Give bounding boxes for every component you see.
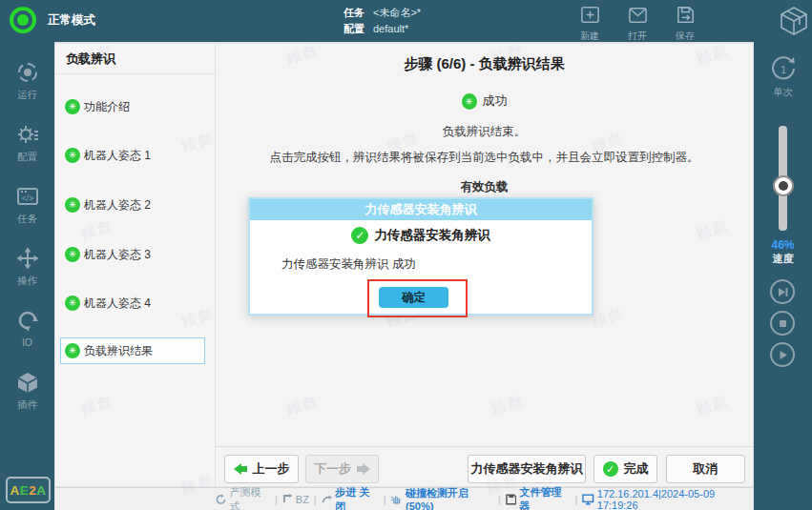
dialog-message: 力传感器安装角辨识 成功 — [281, 256, 592, 273]
speed-value: 46% — [754, 238, 812, 252]
io-cycle-icon — [15, 323, 40, 335]
success-icon: ✳ — [462, 93, 477, 110]
step-ok-icon: ✳ — [65, 296, 80, 311]
nav-item-io[interactable]: IO — [0, 308, 54, 348]
speed-label: 速度 — [754, 252, 812, 266]
step-ok-icon: ✳ — [65, 343, 80, 358]
production-test-mode[interactable]: 产测模式 — [216, 485, 270, 510]
svg-text:1: 1 — [780, 64, 785, 75]
task-label: 任务 — [344, 5, 364, 21]
gear-icon — [15, 137, 40, 149]
single-run-mode-button[interactable]: 1 单次 — [754, 53, 812, 99]
collision-detect-toggle[interactable]: 碰撞检测开启(50%) — [390, 486, 492, 510]
top-bar: 正常模式 任务 <未命名>* 配置 default* 新建 打开 保存 — [0, 0, 812, 42]
result-line-1: 负载辨识结束。 — [216, 124, 753, 140]
nav-item-operate[interactable]: 操作 — [0, 246, 54, 288]
left-nav: 运行 配置 </> 任务 操作 IO 插件 AE2A — [0, 42, 54, 510]
prev-arrow-icon — [234, 463, 247, 475]
bz-indicator[interactable]: BZ — [282, 494, 309, 505]
new-task-button[interactable]: 新建 — [569, 4, 611, 43]
stop-button[interactable] — [770, 311, 795, 336]
open-task-button[interactable]: 打开 — [616, 4, 658, 43]
file-manager-icon — [506, 494, 517, 505]
step-item-pose2[interactable]: ✳ 机器人姿态 2 — [60, 192, 205, 218]
network-icon — [582, 494, 594, 505]
mode-label: 正常模式 — [48, 12, 95, 29]
nav-item-task[interactable]: </> 任务 — [0, 184, 54, 226]
open-folder-icon — [627, 4, 649, 28]
step-item-intro[interactable]: ✳ 功能介绍 — [60, 93, 205, 120]
step-ok-icon: ✳ — [65, 99, 80, 114]
step-forward-icon — [777, 286, 789, 298]
steps-panel: 负载辨识 ✳ 功能介绍 ✳ 机器人姿态 1 ✳ 机器人姿态 2 ✳ 机器人姿态 … — [55, 44, 215, 486]
badge-char: A — [36, 483, 46, 498]
nav-item-config[interactable]: 配置 — [0, 122, 54, 164]
badge-char: 2 — [29, 483, 36, 498]
cancel-button[interactable]: 取消 — [666, 455, 745, 483]
play-button[interactable] — [770, 342, 795, 367]
nav-item-run[interactable]: 运行 — [0, 60, 54, 102]
svg-text:</>: </> — [21, 194, 32, 203]
result-status-text: 成功 — [483, 92, 508, 110]
task-config-info: 任务 <未命名>* 配置 default* — [344, 5, 421, 37]
result-status-row: ✳ 成功 — [216, 92, 753, 110]
step-item-pose1[interactable]: ✳ 机器人姿态 1 — [60, 142, 205, 169]
code-window-icon: </> — [15, 199, 40, 211]
brand-logo-icon — [777, 4, 811, 38]
dialog-success-check-icon: ✓ — [351, 227, 368, 244]
finish-check-icon: ✓ — [603, 461, 618, 477]
move-arrows-icon — [15, 261, 40, 273]
save-icon — [675, 4, 697, 28]
sensor-angle-identify-button[interactable]: 力传感器安装角辨识 — [468, 455, 586, 483]
dialog-title-bar: 力传感器安装角辨识 — [250, 199, 592, 220]
right-control-rail: 1 单次 46% 速度 — [754, 42, 812, 510]
new-file-icon — [579, 4, 601, 28]
step-forward-button[interactable] — [770, 279, 795, 304]
step-item-result[interactable]: ✳ 负载辨识结果 — [60, 337, 205, 364]
plugin-cube-icon — [15, 385, 40, 397]
step-item-pose3[interactable]: ✳ 机器人姿态 3 — [60, 241, 205, 268]
bz-icon — [282, 494, 293, 504]
step-ok-icon: ✳ — [65, 148, 80, 163]
config-value: default* — [373, 21, 408, 37]
step-mode-toggle[interactable]: 步进 关闭 — [322, 485, 379, 510]
next-arrow-icon — [357, 463, 370, 475]
dialog-heading: 力传感器安装角辨识 — [374, 227, 490, 244]
step-ok-icon: ✳ — [65, 197, 80, 213]
dialog-heading-row: ✓ 力传感器安装角辨识 — [250, 227, 592, 244]
save-task-button[interactable]: 保存 — [664, 4, 706, 43]
nav-item-plugin[interactable]: 插件 — [0, 370, 54, 412]
run-target-icon — [15, 75, 40, 87]
finish-button[interactable]: ✓ 完成 — [593, 455, 657, 483]
next-step-button[interactable]: 下一步 — [305, 455, 379, 483]
status-bar: 产测模式 | BZ | 步进 关闭 | 碰撞检测开启(50%) | 文件管理器 … — [55, 487, 753, 510]
task-value: <未命名>* — [373, 5, 421, 21]
step-item-pose4[interactable]: ✳ 机器人姿态 4 — [60, 290, 205, 316]
app-window: 顾彪顾彪顾彪顾彪顾彪顾彪顾彪顾彪顾彪顾彪顾彪顾彪顾彪顾彪顾彪顾彪顾彪顾彪顾彪顾彪… — [0, 0, 812, 510]
prev-step-button[interactable]: 上一步 — [224, 455, 299, 483]
file-manager-link[interactable]: 文件管理器 — [506, 485, 571, 510]
network-address-time: 172.16.201.4|2024-05-09 17:19:26 — [582, 488, 753, 510]
badge-char: E — [20, 483, 30, 498]
result-line-2: 点击完成按钮，辨识结果将被保存到当前选中负载中，并且会立即设置到控制器。 — [216, 150, 753, 166]
wizard-step-title: 步骤 (6/6) - 负载辨识结果 — [216, 55, 753, 73]
production-test-icon — [216, 494, 227, 505]
stop-icon — [777, 317, 789, 330]
config-label: 配置 — [344, 21, 364, 37]
step-ok-icon: ✳ — [65, 247, 80, 262]
annotation-highlight-box — [367, 279, 468, 317]
steps-panel-title: 负载辨识 — [55, 44, 215, 74]
single-cycle-icon: 1 — [768, 74, 799, 86]
step-mode-icon — [322, 494, 333, 505]
badge-char: A — [10, 483, 19, 498]
robot-model-badge: AE2A — [6, 477, 51, 503]
mode-status-light-icon — [10, 7, 36, 33]
speed-slider-thumb[interactable] — [773, 175, 794, 196]
collision-detect-icon — [390, 493, 403, 505]
payload-section-label: 有效负载 — [216, 179, 753, 195]
footer-divider — [216, 446, 753, 447]
mode-indicator[interactable]: 正常模式 — [10, 7, 95, 33]
play-icon — [777, 349, 789, 361]
